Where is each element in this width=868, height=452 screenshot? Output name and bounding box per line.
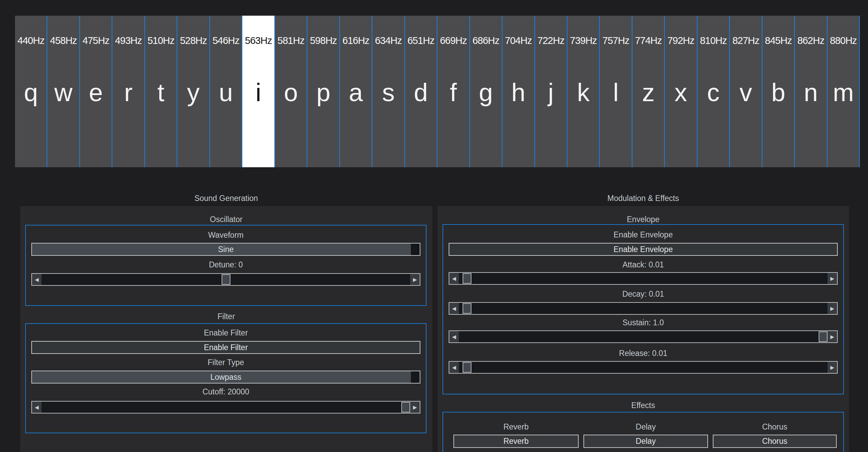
key-n[interactable]: 862Hzn (795, 16, 827, 167)
key-r[interactable]: 493Hzr (112, 16, 145, 167)
key-k[interactable]: 739Hzk (567, 16, 600, 167)
slider-thumb[interactable] (463, 273, 471, 284)
key-frequency-label: 722Hz (533, 35, 569, 46)
key-frequency-label: 862Hz (793, 35, 829, 46)
key-c[interactable]: 810Hzc (697, 16, 730, 167)
waveform-select[interactable]: Sine (31, 243, 420, 256)
slider-left-arrow-button[interactable]: ◀ (449, 303, 459, 314)
key-letter: j (535, 78, 567, 107)
key-frequency-label: 651Hz (403, 35, 439, 46)
attack-slider[interactable]: ◀ ▶ (449, 272, 838, 285)
key-frequency-label: 563Hz (240, 35, 276, 46)
slider-right-arrow-button[interactable]: ▶ (827, 273, 837, 284)
enable-envelope-button[interactable]: Enable Envelope (449, 243, 838, 256)
key-l[interactable]: 757Hzl (600, 16, 632, 167)
slider-thumb[interactable] (819, 331, 827, 342)
key-d[interactable]: 651Hzd (405, 16, 437, 167)
key-j[interactable]: 722Hzj (535, 16, 567, 167)
key-m[interactable]: 880Hzm (827, 16, 860, 167)
key-u[interactable]: 546Hzu (210, 16, 242, 167)
key-f[interactable]: 669Hzf (437, 16, 470, 167)
key-letter: d (405, 78, 437, 107)
key-letter: s (372, 78, 404, 107)
detune-slider[interactable]: ◀ ▶ (31, 273, 420, 286)
key-letter: q (15, 78, 47, 107)
slider-track[interactable] (459, 303, 827, 314)
release-slider[interactable]: ◀ ▶ (449, 361, 838, 374)
key-letter: e (80, 78, 112, 107)
decay-slider[interactable]: ◀ ▶ (449, 302, 838, 315)
key-s[interactable]: 634Hzs (372, 16, 405, 167)
key-t[interactable]: 510Hzt (145, 16, 177, 167)
key-frequency-label: 827Hz (728, 35, 763, 46)
decay-label: Decay: 0.01 (443, 290, 843, 298)
slider-thumb[interactable] (401, 402, 410, 412)
key-a[interactable]: 616Hza (340, 16, 372, 167)
dropdown-arrow-area[interactable] (411, 371, 420, 383)
filter-group: Enable Filter Enable Filter Filter Type … (25, 323, 427, 433)
modulation-effects-panel: Envelope Enable Envelope Enable Envelope… (437, 206, 849, 452)
slider-thumb[interactable] (222, 274, 230, 285)
key-q[interactable]: 440Hzq (15, 16, 47, 167)
key-frequency-label: 774Hz (630, 35, 666, 46)
cutoff-slider[interactable]: ◀ ▶ (31, 401, 420, 414)
slider-thumb[interactable] (463, 362, 471, 373)
key-frequency-label: 686Hz (468, 35, 504, 46)
slider-right-arrow-button[interactable]: ▶ (410, 402, 420, 413)
key-letter: o (275, 78, 307, 107)
slider-track[interactable] (459, 273, 827, 284)
filter-group-title: Filter (20, 312, 432, 321)
slider-left-arrow-button[interactable]: ◀ (32, 402, 42, 413)
effects-group: Reverb Reverb Delay Delay Chorus Chorus (443, 412, 844, 452)
key-frequency-label: 810Hz (695, 35, 731, 46)
key-frequency-label: 704Hz (500, 35, 536, 46)
slider-left-arrow-button[interactable]: ◀ (449, 362, 459, 373)
filter-type-select[interactable]: Lowpass (31, 371, 420, 384)
key-o[interactable]: 581Hzo (275, 16, 307, 167)
key-g[interactable]: 686Hzg (470, 16, 502, 167)
slider-right-arrow-button[interactable]: ▶ (827, 331, 837, 342)
key-w[interactable]: 458Hzw (47, 16, 80, 167)
slider-track[interactable] (42, 274, 410, 285)
key-p[interactable]: 598Hzp (307, 16, 340, 167)
key-z[interactable]: 774Hzz (632, 16, 665, 167)
key-h[interactable]: 704Hzh (502, 16, 535, 167)
key-v[interactable]: 827Hzv (730, 16, 762, 167)
oscillator-group-title: Oscillator (20, 215, 432, 224)
enable-filter-button[interactable]: Enable Filter (31, 341, 420, 354)
dropdown-arrow-area[interactable] (411, 244, 420, 255)
modulation-effects-title: Modulation & Effects (437, 194, 849, 203)
key-e[interactable]: 475Hze (80, 16, 112, 167)
key-letter: k (567, 78, 599, 107)
chorus-button[interactable]: Chorus (713, 435, 837, 448)
slider-track[interactable] (459, 362, 827, 373)
slider-thumb[interactable] (463, 303, 471, 314)
sound-generation-panel: Oscillator Waveform Sine Detune: 0 ◀ ▶ F… (20, 206, 432, 452)
key-frequency-label: 510Hz (143, 35, 179, 46)
key-frequency-label: 440Hz (13, 35, 49, 46)
slider-right-arrow-button[interactable]: ▶ (827, 362, 837, 373)
key-frequency-label: 528Hz (175, 35, 211, 46)
delay-button[interactable]: Delay (583, 435, 708, 448)
effects-group-title: Effects (437, 401, 849, 410)
key-letter: n (795, 78, 826, 107)
waveform-label: Waveform (26, 231, 426, 239)
sustain-slider[interactable]: ◀ ▶ (449, 330, 838, 343)
key-i[interactable]: 563Hzi (242, 16, 275, 167)
key-frequency-label: 757Hz (598, 35, 633, 46)
reverb-button[interactable]: Reverb (453, 435, 579, 448)
slider-track[interactable] (459, 331, 827, 342)
slider-left-arrow-button[interactable]: ◀ (32, 274, 42, 285)
slider-right-arrow-button[interactable]: ▶ (410, 274, 420, 285)
key-x[interactable]: 792Hzx (665, 16, 697, 167)
slider-track[interactable] (42, 402, 410, 413)
slider-left-arrow-button[interactable]: ◀ (449, 331, 459, 342)
detune-label: Detune: 0 (26, 260, 426, 269)
key-frequency-label: 845Hz (760, 35, 796, 46)
key-letter: l (600, 78, 631, 107)
oscillator-group: Waveform Sine Detune: 0 ◀ ▶ (25, 225, 427, 306)
key-b[interactable]: 845Hzb (762, 16, 795, 167)
key-y[interactable]: 528Hzy (177, 16, 210, 167)
slider-left-arrow-button[interactable]: ◀ (449, 273, 459, 284)
slider-right-arrow-button[interactable]: ▶ (827, 303, 837, 314)
